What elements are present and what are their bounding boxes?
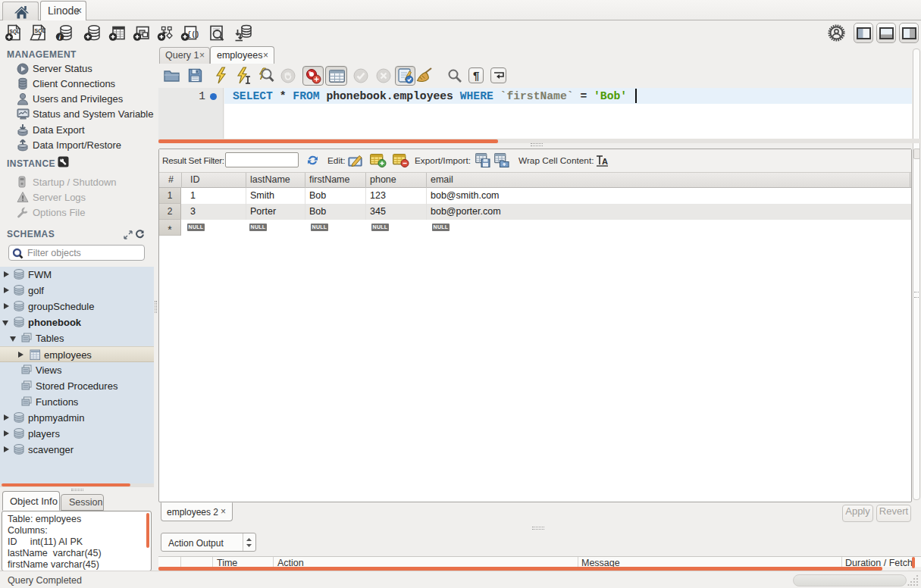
svg-text:{(): {() [187, 31, 199, 39]
svg-text:SQL: SQL [35, 28, 46, 34]
svg-text:A: A [602, 157, 608, 166]
svg-text:SQL: SQL [10, 29, 20, 35]
